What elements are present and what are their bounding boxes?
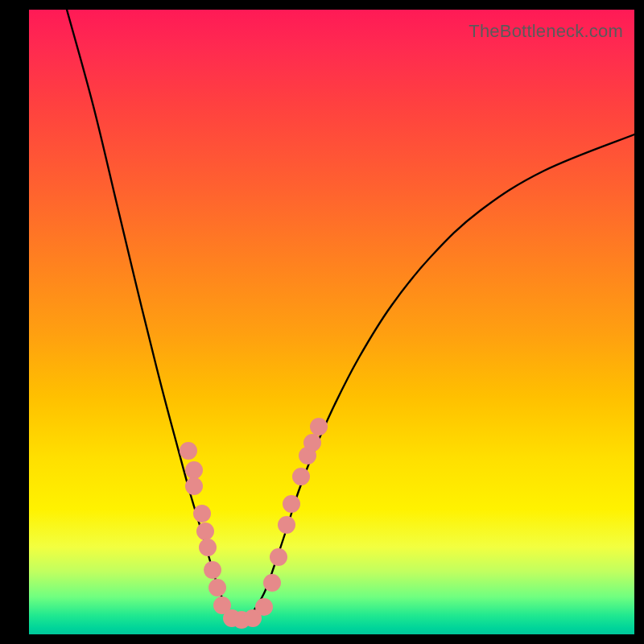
scatter-dot	[303, 434, 321, 452]
scatter-dot	[263, 574, 281, 592]
scatter-dot	[196, 522, 214, 540]
scatter-layer	[29, 10, 634, 634]
scatter-dot	[310, 418, 328, 436]
scatter-points	[180, 418, 328, 629]
scatter-dot	[278, 516, 295, 534]
watermark-label: TheBottleneck.com	[469, 21, 623, 42]
scatter-dot	[255, 598, 273, 616]
scatter-dot	[180, 442, 197, 460]
scatter-dot	[185, 461, 203, 479]
scatter-dot	[292, 468, 310, 485]
scatter-dot	[204, 561, 221, 579]
scatter-dot	[208, 579, 226, 597]
scatter-dot	[193, 505, 211, 522]
plot-area: TheBottleneck.com	[29, 10, 634, 634]
chart-frame: TheBottleneck.com	[0, 0, 644, 644]
scatter-dot	[185, 477, 203, 495]
scatter-dot	[199, 539, 217, 556]
scatter-dot	[270, 548, 287, 566]
scatter-dot	[283, 495, 300, 513]
